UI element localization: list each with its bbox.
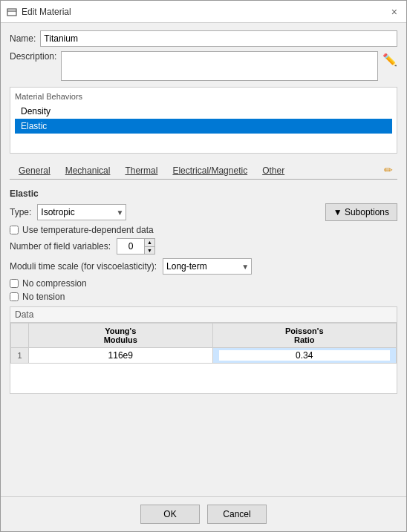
no-tension-checkbox[interactable] [10, 292, 19, 301]
table-row: 1 [11, 348, 397, 364]
spinner-up-button[interactable]: ▲ [144, 239, 154, 247]
poissons-ratio-input[interactable] [219, 350, 391, 361]
tab-electrical-magnetic[interactable]: Electrical/Magnetic [165, 162, 255, 179]
field-vars-input-wrapper: ▲ ▼ [117, 238, 155, 254]
button-bar: OK Cancel [1, 496, 406, 531]
description-label: Description: [10, 51, 56, 62]
pencil-icon[interactable]: ✏️ [382, 53, 397, 67]
field-vars-label: Number of field variables: [10, 241, 111, 252]
no-compression-label: No compression [22, 278, 87, 289]
moduli-row: Moduli time scale (for viscoelasticity):… [10, 258, 397, 275]
material-behaviors-group: Material Behaviors Density Elastic [10, 87, 397, 154]
main-content: Name: Description: ✏️ Material Behaviors… [1, 23, 406, 496]
data-section: Data Young'sModulus Poisson'sRatio 1 [10, 306, 397, 394]
youngs-modulus-input[interactable] [35, 350, 206, 361]
material-behavior-density[interactable]: Density [15, 104, 392, 119]
ok-button[interactable]: OK [140, 505, 200, 524]
tab-thermal[interactable]: Thermal [117, 162, 165, 179]
close-button[interactable]: × [388, 6, 400, 18]
data-section-title: Data [10, 307, 397, 323]
no-tension-label: No tension [22, 292, 65, 302]
use-temp-row: Use temperature-dependent data [10, 225, 397, 235]
field-vars-input[interactable] [117, 239, 144, 254]
moduli-label: Moduli time scale (for viscoelasticity): [10, 261, 157, 272]
data-table: Young'sModulus Poisson'sRatio 1 [10, 323, 397, 364]
poissons-ratio-cell [212, 348, 397, 364]
no-compression-row: No compression [10, 278, 397, 289]
no-tension-row: No tension [10, 292, 397, 302]
name-label: Name: [10, 33, 36, 44]
type-row: Type: Isotropic Orthotropic Anisotropic … [10, 203, 397, 221]
use-temp-label: Use temperature-dependent data [22, 225, 154, 235]
window-icon [7, 7, 17, 17]
col-header-poissons: Poisson'sRatio [212, 324, 397, 348]
tab-other[interactable]: Other [255, 162, 292, 179]
youngs-modulus-cell [29, 348, 213, 364]
description-input[interactable] [61, 51, 378, 81]
elastic-title: Elastic [10, 188, 397, 199]
type-dropdown-wrapper: Isotropic Orthotropic Anisotropic ▼ [37, 204, 126, 220]
window-title: Edit Material [22, 7, 71, 17]
type-label: Type: [10, 207, 31, 217]
edit-material-window: Edit Material × Name: Description: ✏️ Ma… [0, 0, 407, 532]
title-bar: Edit Material × [1, 1, 406, 23]
name-input[interactable] [40, 30, 397, 47]
spinner-down-button[interactable]: ▼ [144, 247, 154, 254]
moduli-dropdown[interactable]: Long-term Instantaneous [163, 258, 252, 275]
field-vars-row: Number of field variables: ▲ ▼ [10, 238, 397, 254]
svg-rect-0 [7, 9, 16, 16]
material-behaviors-title: Material Behaviors [15, 92, 392, 101]
row-number: 1 [11, 348, 29, 364]
col-header-rownum [11, 324, 29, 348]
title-bar-left: Edit Material [7, 7, 71, 17]
moduli-dropdown-wrapper: Long-term Instantaneous ▼ [163, 258, 252, 275]
no-compression-checkbox[interactable] [10, 279, 19, 288]
spinner-buttons: ▲ ▼ [144, 239, 154, 254]
cancel-button[interactable]: Cancel [207, 505, 267, 524]
elastic-section: Elastic Type: Isotropic Orthotropic Anis… [10, 188, 397, 394]
type-dropdown[interactable]: Isotropic Orthotropic Anisotropic [37, 204, 126, 220]
tab-pencil-icon[interactable]: ✏ [381, 162, 396, 177]
use-temp-checkbox[interactable] [10, 226, 19, 234]
tab-bar: General Mechanical Thermal Electrical/Ma… [10, 162, 397, 180]
name-row: Name: [10, 30, 397, 47]
material-behavior-elastic[interactable]: Elastic [15, 119, 392, 134]
tab-general[interactable]: General [11, 162, 58, 179]
tab-mechanical[interactable]: Mechanical [58, 162, 118, 179]
col-header-youngs: Young'sModulus [29, 324, 213, 348]
description-row: Description: ✏️ [10, 51, 397, 81]
suboptions-button[interactable]: ▼ Suboptions [325, 203, 397, 221]
